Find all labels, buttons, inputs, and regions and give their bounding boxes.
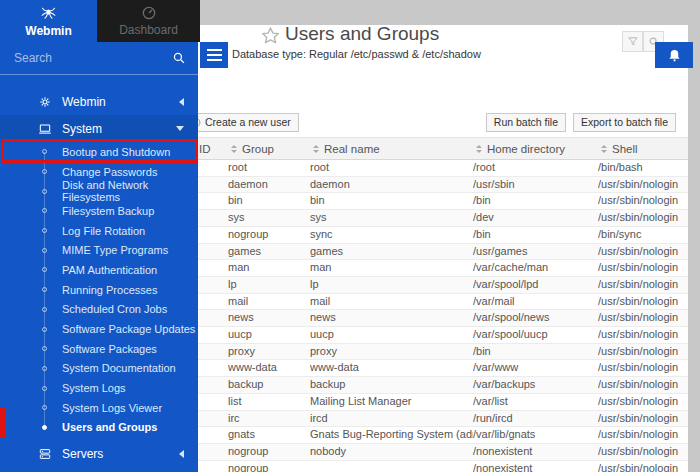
tab-webmin[interactable]: Webmin [0, 0, 97, 42]
table-row[interactable]: nogroup /nonexistent /usr/sbin/nologin [185, 460, 688, 472]
search-input[interactable] [14, 48, 159, 68]
cell-group: nogroup [228, 460, 310, 472]
sidebar-subitem[interactable]: System Documentation [0, 359, 198, 379]
sidebar-search [0, 42, 198, 75]
sidebar-category-system[interactable]: System [0, 115, 198, 142]
table-row[interactable]: uucp uucp /var/spool/uucp /usr/sbin/nolo… [185, 327, 688, 344]
tab-dashboard-label: Dashboard [119, 23, 178, 37]
filter-button[interactable] [622, 31, 643, 52]
sort-icon [600, 145, 608, 153]
sidebar-subitem[interactable]: Users and Groups [0, 418, 198, 438]
bullet-icon [42, 169, 47, 174]
sidebar-subitem[interactable]: MIME Type Programs [0, 240, 198, 260]
cell-home-directory: /var/mail [473, 293, 598, 310]
cell-shell: /usr/sbin/nologin [598, 343, 688, 360]
col-header-shell[interactable]: Shell [598, 138, 688, 160]
cell-realname: sync [310, 226, 473, 243]
sidebar-subitem-label: Disk and Network Filesystems [62, 179, 198, 203]
table-row[interactable]: gnats Gnats Bug-Reporting System (admin)… [185, 427, 688, 444]
cell-group: list [228, 393, 310, 410]
table-row[interactable]: irc ircd /run/ircd /usr/sbin/nologin [185, 410, 688, 427]
favorite-star-icon[interactable] [261, 26, 280, 45]
create-new-user-button[interactable]: Create a new user [185, 113, 299, 132]
cell-group: irc [228, 410, 310, 427]
cell-group: daemon [228, 176, 310, 193]
bullet-icon [42, 327, 47, 332]
bullet-icon [42, 307, 47, 312]
table-row[interactable]: man man /var/cache/man /usr/sbin/nologin [185, 260, 688, 277]
cell-home-directory: /run/ircd [473, 410, 598, 427]
cell-realname: nobody [310, 443, 473, 460]
sidebar-subitem[interactable]: Disk and Network Filesystems [0, 181, 198, 201]
table-row[interactable]: nogroup sync /bin /bin/sync [185, 226, 688, 243]
bullet-icon [42, 248, 47, 253]
cell-realname: root [310, 160, 473, 177]
sidebar-subitem[interactable]: Software Package Updates [0, 319, 198, 339]
gear-icon [38, 95, 52, 109]
table-row[interactable]: news news /var/spool/news /usr/sbin/nolo… [185, 310, 688, 327]
cell-group: gnats [228, 427, 310, 444]
cell-home-directory: /var/spool/lpd [473, 276, 598, 293]
cell-shell: /usr/sbin/nologin [598, 210, 688, 227]
sidebar-subitem[interactable]: PAM Authentication [0, 260, 198, 280]
table-row[interactable]: www-data www-data /var/www /usr/sbin/nol… [185, 360, 688, 377]
sidebar-category-webmin[interactable]: Webmin [0, 88, 198, 115]
export-batch-file-button[interactable]: Export to batch file [573, 113, 676, 132]
sidebar-category-label: System [62, 122, 102, 136]
sidebar-subitem[interactable]: System Logs [0, 378, 198, 398]
bullet-icon [42, 405, 47, 410]
page-title: Users and Groups [285, 23, 439, 45]
table-row[interactable]: lp lp /var/spool/lpd /usr/sbin/nologin [185, 276, 688, 293]
bullet-icon [42, 287, 47, 292]
cell-group: nogroup [228, 226, 310, 243]
cell-group: bin [228, 193, 310, 210]
table-row[interactable]: root root /root /bin/bash [185, 160, 688, 177]
bullet-icon [42, 386, 47, 391]
chevron-left-icon [179, 450, 184, 458]
cell-shell: /bin/sync [598, 226, 688, 243]
cell-shell: /usr/sbin/nologin [598, 443, 688, 460]
sidebar-category-servers[interactable]: Servers [0, 440, 198, 467]
hamburger-menu-icon[interactable] [200, 42, 228, 68]
table-row[interactable]: nogroup nobody /nonexistent /usr/sbin/no… [185, 443, 688, 460]
table-row[interactable]: games games /usr/games /usr/sbin/nologin [185, 243, 688, 260]
table-row[interactable]: mail mail /var/mail /usr/sbin/nologin [185, 293, 688, 310]
cell-shell: /usr/sbin/nologin [598, 427, 688, 444]
col-header-group[interactable]: Group [228, 138, 310, 160]
cell-shell: /usr/sbin/nologin [598, 377, 688, 394]
sidebar-subitem[interactable]: System Logs Viewer [0, 398, 198, 418]
run-batch-file-button[interactable]: Run batch file [486, 113, 566, 132]
cell-home-directory: /usr/sbin [473, 176, 598, 193]
table-row[interactable]: bin bin /bin /usr/sbin/nologin [185, 193, 688, 210]
cell-realname: www-data [310, 360, 473, 377]
cell-shell: /usr/sbin/nologin [598, 393, 688, 410]
cell-group: root [228, 160, 310, 177]
col-header-home[interactable]: Home directory [473, 138, 598, 160]
table-row[interactable]: sys sys /dev /usr/sbin/nologin [185, 210, 688, 227]
sidebar-subitem[interactable]: Filesystem Backup [0, 201, 198, 221]
sidebar-subitem-label: Change Passwords [62, 166, 157, 178]
table-row[interactable]: proxy proxy /bin /usr/sbin/nologin [185, 343, 688, 360]
database-type-text: Database type: Regular /etc/passwd & /et… [232, 48, 481, 60]
cell-realname: bin [310, 193, 473, 210]
cell-home-directory: /nonexistent [473, 460, 598, 472]
tab-dashboard[interactable]: Dashboard [97, 0, 200, 42]
sidebar-subitem[interactable]: Software Packages [0, 339, 198, 359]
table-row[interactable]: backup backup /var/backups /usr/sbin/nol… [185, 377, 688, 394]
sidebar-subitem[interactable]: Running Processes [0, 280, 198, 300]
cell-home-directory: /var/spool/news [473, 310, 598, 327]
batch-buttons: Run batch file Export to batch file [486, 113, 676, 132]
table-row[interactable]: daemon daemon /usr/sbin /usr/sbin/nologi… [185, 176, 688, 193]
col-header-realname[interactable]: Real name [310, 138, 473, 160]
sidebar-subitem[interactable]: Bootup and Shutdown [0, 142, 198, 162]
sort-icon [475, 145, 483, 153]
sidebar-subitem[interactable]: Scheduled Cron Jobs [0, 300, 198, 320]
table-row[interactable]: list Mailing List Manager /var/list /usr… [185, 393, 688, 410]
cell-shell: /usr/sbin/nologin [598, 327, 688, 344]
cell-shell: /bin/bash [598, 160, 688, 177]
sidebar-subitem[interactable]: Log File Rotation [0, 221, 198, 241]
notifications-button[interactable] [655, 42, 693, 68]
sidebar-subitem-label: System Logs [62, 382, 126, 394]
cell-group: news [228, 310, 310, 327]
chevron-down-icon [176, 126, 184, 131]
